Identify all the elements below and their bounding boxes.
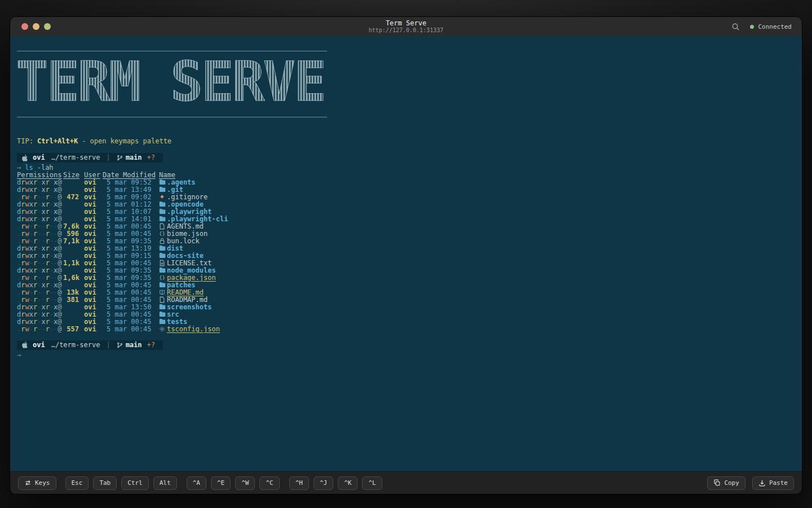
file-name[interactable]: README.md [167, 288, 204, 296]
key-button-ctrl-j[interactable]: ^J [314, 476, 333, 490]
file-size: 557 [63, 326, 79, 333]
key-group: EscTabCtrlAlt [65, 476, 177, 490]
git-branch-name: main [126, 341, 142, 349]
titlebar-actions: Connected [730, 17, 792, 36]
file-name[interactable]: package.json [167, 274, 216, 282]
file-date-modified: 5 mar 00:45 [103, 230, 156, 238]
folder-icon [159, 179, 167, 186]
file-date-modified: 5 mar 09:52 [103, 179, 156, 186]
file-date-modified: 5 mar 00:45 [103, 311, 156, 318]
file-date-modified: 5 mar 09:35 [103, 238, 156, 245]
key-button-ctrl[interactable]: Ctrl [121, 476, 149, 490]
file-row: drwxr-xr-x@ovi5 mar 09:52.agents [17, 179, 795, 186]
file-user: ovi [84, 252, 99, 260]
file-row: .rw-r--r--@596ovi5 mar 00:45{}biome.json [17, 230, 795, 238]
search-icon[interactable] [730, 21, 741, 32]
paste-button[interactable]: Paste [752, 476, 794, 490]
copy-button-label: Copy [724, 479, 739, 487]
lock-icon [159, 238, 167, 246]
file-row: drwxr-xr-x@ovi5 mar 00:45src [17, 311, 795, 318]
git-status: +? [147, 154, 155, 161]
apple-icon [22, 155, 28, 161]
file-row: .rw-r--r--@1,1kovi5 mar 00:45LICENSE.txt [17, 260, 795, 267]
folder-icon [159, 186, 167, 194]
prompt-separator: | [106, 341, 110, 349]
file-size: 7,6k [63, 223, 79, 230]
ascii-banner: TERM SERVE [16, 56, 333, 108]
folder-icon [159, 252, 167, 260]
header-size: Size [63, 172, 79, 179]
prompt-separator: | [106, 154, 110, 161]
key-button-tab[interactable]: Tab [93, 476, 117, 490]
keys-button[interactable]: Keys [18, 476, 56, 490]
file-name: .playwright [167, 208, 211, 216]
file-date-modified: 5 mar 09:35 [103, 267, 156, 274]
key-button-ctrl-k[interactable]: ^K [338, 476, 358, 490]
file-name[interactable]: tsconfig.json [167, 325, 220, 333]
gear-icon [159, 326, 167, 334]
keyboard-shortcuts-icon [24, 479, 32, 487]
header-date-modified: Date Modified [103, 172, 156, 179]
close-button[interactable] [21, 23, 28, 30]
file-row: drwxr-xr-x@ovi5 mar 14:01.playwright-cli [17, 216, 795, 223]
svg-text:{}: {} [159, 275, 165, 281]
copy-button[interactable]: Copy [707, 476, 745, 490]
file-user: ovi [84, 201, 99, 208]
file-size: 7,1k [63, 238, 79, 245]
prompt-arrow: → [17, 164, 21, 172]
file-size: 1,1k [63, 260, 79, 267]
file-date-modified: 5 mar 01:12 [103, 201, 156, 208]
folder-icon [159, 304, 167, 311]
zoom-button[interactable] [44, 23, 51, 30]
app-window: Term Serve http://127.0.0.1:31337 Connec… [10, 17, 802, 494]
key-toolbar: Keys EscTabCtrlAlt^A^E^W^C^H^J^K^L [18, 476, 382, 490]
file-size: 472 [63, 194, 79, 201]
keys-button-label: Keys [35, 479, 50, 487]
file-date-modified: 5 mar 10:07 [103, 208, 156, 216]
key-button-ctrl-e[interactable]: ^E [211, 476, 231, 490]
key-button-ctrl-c[interactable]: ^C [259, 476, 279, 490]
file-date-modified: 5 mar 13:19 [103, 245, 156, 252]
file-name: ROADMAP.md [167, 296, 208, 304]
paste-icon [758, 479, 766, 487]
file-user: ovi [84, 216, 99, 223]
clipboard-toolbar: Copy Paste [707, 476, 794, 490]
command-args: -lah [37, 164, 54, 172]
file-row: .rw-r--r--@13kovi5 mar 00:45README.md [17, 289, 795, 296]
file-user: ovi [84, 260, 99, 267]
key-button-esc[interactable]: Esc [65, 476, 89, 490]
key-button-ctrl-w[interactable]: ^W [235, 476, 255, 490]
prompt-user: ovi [33, 341, 45, 349]
json-icon: {} [159, 230, 167, 238]
file-row: .rw-r--r--@1,6kovi5 mar 09:35{}package.j… [17, 274, 795, 282]
text-icon [159, 260, 167, 268]
file-size: 13k [63, 289, 79, 296]
terminal-screen[interactable]: TERM SERVE TIP:Ctrl+Alt+K- open keymaps … [10, 36, 802, 471]
prompt-bar: ovi …/term-serve | main +? [17, 340, 163, 350]
file-user: ovi [84, 311, 99, 318]
file-user: ovi [84, 208, 99, 216]
tip-line: TIP:Ctrl+Alt+K- open keymaps palette [17, 138, 795, 145]
file-date-modified: 5 mar 09:02 [103, 194, 156, 201]
file-user: ovi [84, 223, 99, 230]
key-button-ctrl-h[interactable]: ^H [289, 476, 309, 490]
key-button-ctrl-l[interactable]: ^L [362, 476, 382, 490]
git-status: +? [147, 341, 155, 349]
file-row: drwxr-xr-x@ovi5 mar 01:12.opencode [17, 201, 795, 208]
paste-button-label: Paste [769, 479, 788, 487]
file-row: .rw-r--r--@557ovi5 mar 00:45tsconfig.jso… [17, 326, 795, 333]
file-name: .git [167, 186, 183, 194]
file-user: ovi [84, 179, 99, 186]
key-button-ctrl-a[interactable]: ^A [187, 476, 206, 490]
prompt-bar: ovi …/term-serve | main +? [17, 153, 163, 163]
file-row: drwxr-xr-x@ovi5 mar 13:50screenshots [17, 304, 795, 311]
titlebar: Term Serve http://127.0.0.1:31337 Connec… [10, 17, 802, 36]
connected-dot-icon [750, 25, 754, 29]
minimize-button[interactable] [33, 23, 39, 30]
key-button-alt[interactable]: Alt [153, 476, 177, 490]
file-user: ovi [84, 282, 99, 289]
file-user: ovi [84, 274, 99, 282]
file-date-modified: 5 mar 00:45 [103, 326, 156, 333]
file-row: drwxr-xr-x@ovi5 mar 10:07.playwright [17, 208, 795, 216]
json-icon: {} [159, 274, 167, 282]
